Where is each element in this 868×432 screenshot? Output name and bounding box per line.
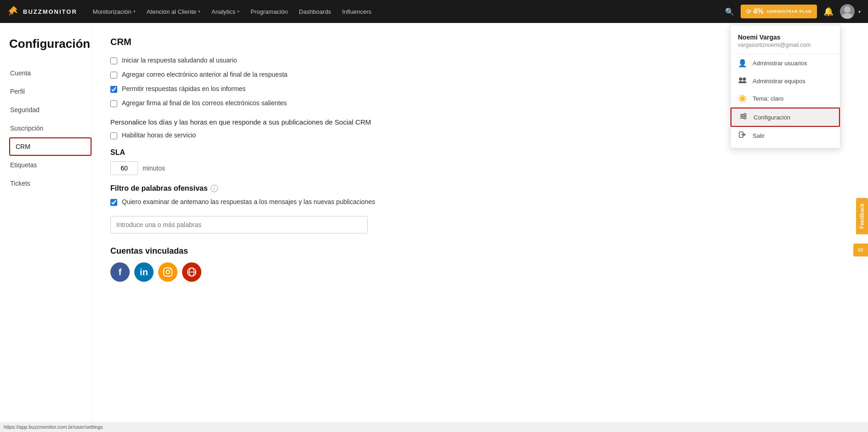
chevron-down-icon: ▾ bbox=[198, 9, 200, 14]
sidebar: Configuración Cuenta Perfil Seguridad Su… bbox=[0, 23, 92, 432]
sidebar-menu: Cuenta Perfil Seguridad Suscripción CRM … bbox=[9, 64, 91, 193]
group-icon bbox=[738, 77, 747, 85]
svg-point-4 bbox=[743, 78, 746, 81]
sla-row: minutos bbox=[110, 161, 850, 175]
feedback-message-icon[interactable]: ✉ bbox=[853, 244, 868, 256]
dropdown-manage-teams[interactable]: Administrar equipos bbox=[731, 72, 840, 90]
sidebar-item-crm[interactable]: CRM bbox=[9, 137, 91, 156]
instagram-icon bbox=[163, 267, 173, 277]
svg-point-5 bbox=[739, 81, 743, 84]
avatar-icon bbox=[840, 4, 855, 19]
plan-button[interactable]: ⟳ 4% ADMINISTRAR PLAN bbox=[741, 5, 817, 18]
sun-icon: ☀️ bbox=[738, 94, 747, 103]
status-bar: https://app.buzzmonitor.com.br/user/sett… bbox=[0, 422, 868, 432]
checkbox-add-email-input[interactable] bbox=[110, 72, 117, 79]
sidebar-item-tickets[interactable]: Tickets bbox=[9, 174, 91, 193]
nav-atencion[interactable]: Atención al Cliente ▾ bbox=[142, 6, 205, 18]
filter-title: Filtro de palabras ofensivas bbox=[110, 184, 208, 193]
logo-icon bbox=[7, 5, 20, 18]
svg-point-11 bbox=[741, 115, 743, 117]
search-button[interactable]: 🔍 bbox=[722, 5, 737, 19]
feedback-tab[interactable]: Feedback bbox=[856, 198, 868, 234]
dropdown-manage-users[interactable]: 👤 Administrar usuarios bbox=[731, 54, 840, 72]
svg-point-10 bbox=[744, 114, 746, 115]
checkbox-greet-label[interactable]: Iniciar la respuesta saludando al usuari… bbox=[122, 57, 237, 64]
nav-influencers[interactable]: Influencers bbox=[337, 6, 376, 18]
svg-point-2 bbox=[842, 13, 853, 19]
svg-point-16 bbox=[166, 270, 170, 274]
info-icon[interactable]: i bbox=[211, 185, 218, 192]
filter-title-row: Filtro de palabras ofensivas i bbox=[110, 184, 850, 193]
person-icon: 👤 bbox=[738, 59, 747, 68]
sidebar-item-etiquetas[interactable]: Etiquetas bbox=[9, 156, 91, 174]
checkbox-signature-input[interactable] bbox=[110, 100, 117, 107]
sla-title: SLA bbox=[110, 148, 850, 157]
checkbox-signature-label[interactable]: Agregar firma al final de los correos el… bbox=[122, 99, 287, 107]
checkbox-quick-responses-label[interactable]: Permitir respuestas rápidas en los infor… bbox=[122, 85, 246, 92]
sidebar-item-cuenta[interactable]: Cuenta bbox=[9, 64, 91, 82]
top-nav: BUZZMONITOR Monitorización ▾ Atención al… bbox=[0, 0, 868, 23]
checkbox-greet-input[interactable] bbox=[110, 57, 117, 64]
social-avatar-other[interactable] bbox=[182, 262, 201, 282]
svg-point-6 bbox=[742, 81, 747, 84]
status-url: https://app.buzzmonitor.com.br/user/sett… bbox=[4, 424, 103, 430]
chevron-down-icon: ▾ bbox=[237, 9, 240, 14]
chevron-down-icon: ▾ bbox=[133, 9, 136, 14]
checkbox-service-hours-label[interactable]: Habilitar horas de servicio bbox=[122, 131, 196, 139]
sla-unit: minutos bbox=[143, 165, 165, 172]
dropdown-salir[interactable]: Salir bbox=[731, 127, 840, 144]
avatar-chevron-icon[interactable]: ▾ bbox=[858, 9, 861, 14]
notification-button[interactable]: 🔔 bbox=[821, 4, 836, 19]
nav-programacion[interactable]: Programación bbox=[246, 6, 292, 18]
sidebar-item-suscripcion[interactable]: Suscripción bbox=[9, 119, 91, 137]
nav-dashboards[interactable]: Dashboards bbox=[294, 6, 336, 18]
exit-icon bbox=[738, 131, 747, 140]
logo-text: BUZZMONITOR bbox=[23, 8, 77, 15]
nav-right: 🔍 ⟳ 4% ADMINISTRAR PLAN 🔔 ▾ bbox=[722, 4, 861, 19]
nav-analytics[interactable]: Analytics ▾ bbox=[207, 6, 244, 18]
user-dropdown: Noemi Vargas vargasortiznoemi@gmail.com … bbox=[730, 25, 840, 148]
sla-input[interactable] bbox=[110, 161, 138, 175]
sidebar-item-seguridad[interactable]: Seguridad bbox=[9, 101, 91, 119]
avatar[interactable] bbox=[840, 4, 855, 19]
social-avatar-facebook[interactable]: f bbox=[110, 262, 130, 282]
nav-monitorizacion[interactable]: Monitorización ▾ bbox=[88, 6, 140, 18]
user-email: vargasortiznoemi@gmail.com bbox=[738, 42, 833, 48]
sliders-icon bbox=[739, 113, 748, 121]
social-avatar-instagram[interactable] bbox=[158, 262, 177, 282]
cuentas-title: Cuentas vinculadas bbox=[110, 246, 850, 256]
svg-point-17 bbox=[170, 269, 171, 270]
checkbox-filter-review: Quiero examinar de antemano las respuest… bbox=[110, 198, 850, 206]
social-avatar-linkedin[interactable]: in bbox=[134, 262, 154, 282]
svg-point-1 bbox=[844, 6, 851, 13]
nav-links: Monitorización ▾ Atención al Cliente ▾ A… bbox=[88, 6, 722, 18]
user-name: Noemi Vargas bbox=[738, 34, 833, 41]
sidebar-item-perfil[interactable]: Perfil bbox=[9, 82, 91, 101]
svg-marker-0 bbox=[8, 6, 17, 17]
logo[interactable]: BUZZMONITOR bbox=[7, 5, 77, 18]
checkbox-quick-responses-input[interactable] bbox=[110, 86, 117, 93]
svg-point-12 bbox=[744, 117, 746, 119]
page-title: Configuración bbox=[9, 37, 91, 51]
dropdown-theme[interactable]: ☀️ Tema: claro bbox=[731, 90, 840, 108]
checkbox-service-hours-input[interactable] bbox=[110, 132, 117, 139]
social-avatars: f in bbox=[110, 262, 850, 282]
checkbox-add-email-label[interactable]: Agregar correo electrónico anterior al f… bbox=[122, 71, 287, 78]
dropdown-header: Noemi Vargas vargasortiznoemi@gmail.com bbox=[731, 29, 840, 54]
checkbox-filter-review-input[interactable] bbox=[110, 199, 117, 206]
dropdown-configuracion[interactable]: Configuración bbox=[731, 108, 840, 127]
offensive-words-input[interactable] bbox=[110, 216, 368, 233]
checkbox-filter-review-label[interactable]: Quiero examinar de antemano las respuest… bbox=[122, 198, 375, 205]
svg-point-3 bbox=[739, 78, 742, 81]
social-icon bbox=[187, 267, 197, 277]
